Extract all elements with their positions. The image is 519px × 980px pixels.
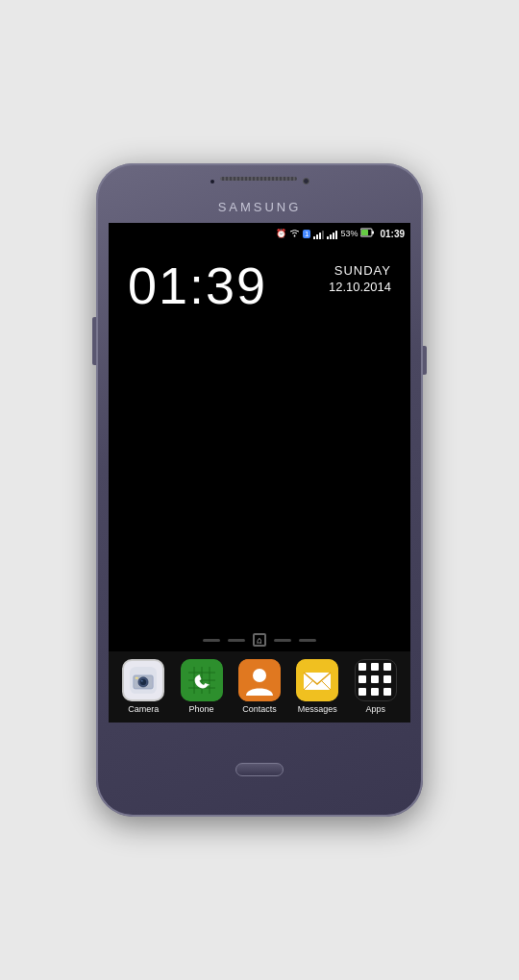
messages-app-icon bbox=[296, 659, 338, 701]
dock-item-messages[interactable]: Messages bbox=[291, 659, 343, 714]
battery-icon bbox=[360, 228, 374, 239]
nav-dot-left2 bbox=[228, 639, 245, 642]
svg-rect-1 bbox=[372, 232, 374, 234]
signal-bar bbox=[330, 234, 332, 239]
apps-dot bbox=[383, 688, 391, 696]
nav-dot-right2 bbox=[299, 639, 316, 642]
messages-label: Messages bbox=[298, 704, 337, 714]
status-bar: ⏰ 1 bbox=[109, 223, 410, 244]
svg-rect-2 bbox=[361, 230, 368, 235]
apps-dot bbox=[358, 675, 366, 683]
apps-dot bbox=[383, 675, 391, 683]
brand-logo: SAMSUNG bbox=[218, 200, 302, 214]
apps-dot bbox=[358, 663, 366, 671]
signal-bar bbox=[316, 234, 318, 239]
home-symbol: ⌂ bbox=[257, 635, 261, 645]
signal-bar bbox=[313, 236, 315, 239]
dock-item-apps[interactable]: Apps bbox=[350, 659, 402, 714]
dock: Camera bbox=[109, 651, 410, 723]
signal-bar bbox=[335, 231, 337, 239]
alarm-icon: ⏰ bbox=[276, 229, 286, 238]
clock-area: 01:39 SUNDAY 12.10.2014 bbox=[109, 244, 410, 628]
home-button[interactable] bbox=[235, 763, 284, 776]
dock-item-contacts[interactable]: Contacts bbox=[234, 659, 285, 714]
bottom-bezel bbox=[235, 723, 284, 817]
sim1-badge: 1 bbox=[303, 230, 310, 238]
home-nav-icon[interactable]: ⌂ bbox=[253, 633, 266, 647]
contacts-app-icon bbox=[238, 659, 281, 701]
svg-point-6 bbox=[140, 679, 146, 685]
apps-dot bbox=[383, 663, 391, 671]
signal-bar bbox=[333, 233, 334, 239]
svg-point-7 bbox=[141, 680, 143, 682]
battery-percentage: 53% bbox=[340, 229, 358, 238]
apps-dot bbox=[358, 688, 366, 696]
apps-app-icon bbox=[355, 659, 397, 701]
date-area: SUNDAY 12.10.2014 bbox=[329, 263, 391, 294]
status-icons: ⏰ 1 bbox=[276, 228, 405, 239]
nav-dot-right1 bbox=[274, 639, 291, 642]
nav-dot-left1 bbox=[203, 639, 220, 642]
phone-frame: SAMSUNG ⏰ 1 bbox=[96, 163, 423, 817]
svg-rect-8 bbox=[136, 677, 138, 679]
date-label: 12.10.2014 bbox=[329, 280, 391, 294]
day-label: SUNDAY bbox=[329, 263, 391, 278]
clock-row: 01:39 SUNDAY 12.10.2014 bbox=[128, 259, 391, 311]
top-bezel: SAMSUNG bbox=[96, 163, 423, 223]
main-clock: 01:39 bbox=[128, 259, 267, 311]
screen: ⏰ 1 bbox=[109, 223, 410, 723]
camera-area bbox=[210, 177, 309, 186]
camera-label: Camera bbox=[128, 704, 159, 714]
sensor bbox=[210, 180, 214, 184]
signal-bars-2 bbox=[327, 229, 337, 239]
power-button[interactable] bbox=[423, 346, 427, 375]
signal-bar bbox=[327, 236, 329, 239]
phone-app-icon bbox=[181, 659, 223, 701]
front-camera bbox=[303, 178, 309, 184]
apps-grid bbox=[358, 663, 393, 698]
wifi-icon bbox=[289, 228, 300, 239]
dock-item-camera[interactable]: Camera bbox=[117, 659, 169, 714]
apps-label: Apps bbox=[365, 704, 385, 714]
signal-bar bbox=[322, 231, 324, 239]
svg-point-19 bbox=[253, 669, 266, 682]
apps-dot bbox=[371, 688, 379, 696]
navigation-dots: ⌂ bbox=[109, 628, 410, 651]
phone-label: Phone bbox=[189, 704, 214, 714]
volume-button[interactable] bbox=[92, 317, 96, 365]
apps-dot bbox=[371, 675, 379, 683]
speaker bbox=[220, 177, 297, 181]
dock-item-phone[interactable]: Phone bbox=[176, 659, 228, 714]
apps-dot bbox=[371, 663, 379, 671]
status-time: 01:39 bbox=[380, 229, 405, 239]
camera-app-icon bbox=[122, 659, 164, 701]
signal-bars-1 bbox=[313, 229, 324, 239]
contacts-label: Contacts bbox=[242, 704, 277, 714]
signal-bar bbox=[319, 233, 321, 239]
